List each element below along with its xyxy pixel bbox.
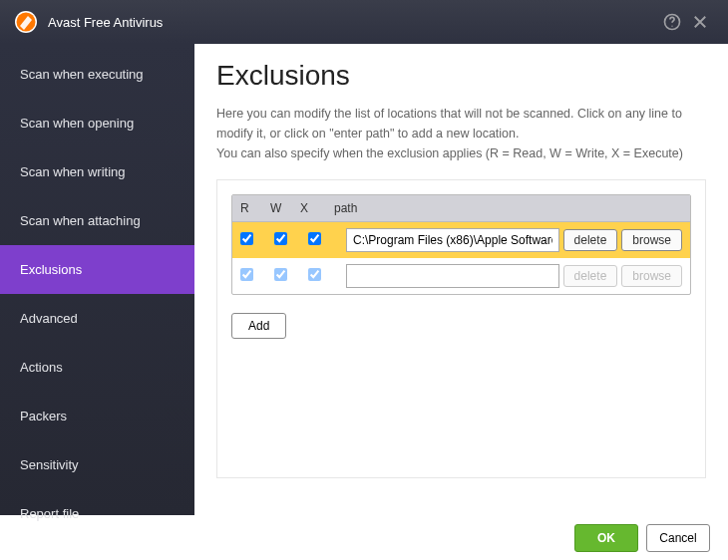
header-r: R bbox=[240, 201, 270, 215]
titlebar: Avast Free Antivirus bbox=[0, 0, 728, 44]
sidebar-item-actions[interactable]: Actions bbox=[0, 343, 194, 392]
page-title: Exclusions bbox=[216, 60, 706, 92]
checkbox-w[interactable] bbox=[274, 232, 287, 245]
svg-point-3 bbox=[671, 26, 672, 27]
sidebar-item-exclusions[interactable]: Exclusions bbox=[0, 245, 194, 294]
header-path: path bbox=[330, 201, 682, 215]
checkbox-x[interactable] bbox=[308, 268, 321, 281]
path-input[interactable] bbox=[346, 228, 559, 252]
main-panel: Exclusions Here you can modify the list … bbox=[194, 44, 728, 515]
browse-button: browse bbox=[621, 265, 682, 287]
sidebar-item-sensitivity[interactable]: Sensitivity bbox=[0, 440, 194, 489]
path-input[interactable] bbox=[346, 264, 559, 288]
window-title: Avast Free Antivirus bbox=[48, 15, 658, 30]
delete-button: delete bbox=[563, 265, 618, 287]
sidebar-item-packers[interactable]: Packers bbox=[0, 392, 194, 440]
header-w: W bbox=[270, 201, 300, 215]
exclusions-table: R W X path delete browse bbox=[231, 194, 691, 295]
ok-button[interactable]: OK bbox=[574, 524, 638, 552]
table-row[interactable]: delete browse bbox=[232, 258, 690, 294]
checkbox-x[interactable] bbox=[308, 232, 321, 245]
sidebar-item-advanced[interactable]: Advanced bbox=[0, 294, 194, 343]
sidebar-item-scan-attaching[interactable]: Scan when attaching bbox=[0, 196, 194, 245]
close-icon[interactable] bbox=[686, 8, 714, 36]
table-row[interactable]: delete browse bbox=[232, 222, 690, 258]
description: Here you can modify the list of location… bbox=[216, 104, 706, 163]
checkbox-r[interactable] bbox=[240, 268, 253, 281]
cancel-button[interactable]: Cancel bbox=[646, 524, 710, 552]
sidebar-item-scan-opening[interactable]: Scan when opening bbox=[0, 99, 194, 147]
delete-button[interactable]: delete bbox=[563, 229, 618, 251]
avast-logo-icon bbox=[14, 10, 38, 34]
checkbox-r[interactable] bbox=[240, 232, 253, 245]
checkbox-w[interactable] bbox=[274, 268, 287, 281]
sidebar-item-scan-executing[interactable]: Scan when executing bbox=[0, 50, 194, 99]
add-button[interactable]: Add bbox=[231, 313, 286, 339]
sidebar-item-scan-writing[interactable]: Scan when writing bbox=[0, 147, 194, 196]
header-x: X bbox=[300, 201, 330, 215]
table-header: R W X path bbox=[232, 195, 690, 222]
footer: OK Cancel bbox=[0, 515, 728, 560]
sidebar: Scan when executing Scan when opening Sc… bbox=[0, 44, 194, 515]
help-icon[interactable] bbox=[658, 8, 686, 36]
browse-button[interactable]: browse bbox=[621, 229, 682, 251]
exclusions-panel: R W X path delete browse bbox=[216, 179, 706, 478]
